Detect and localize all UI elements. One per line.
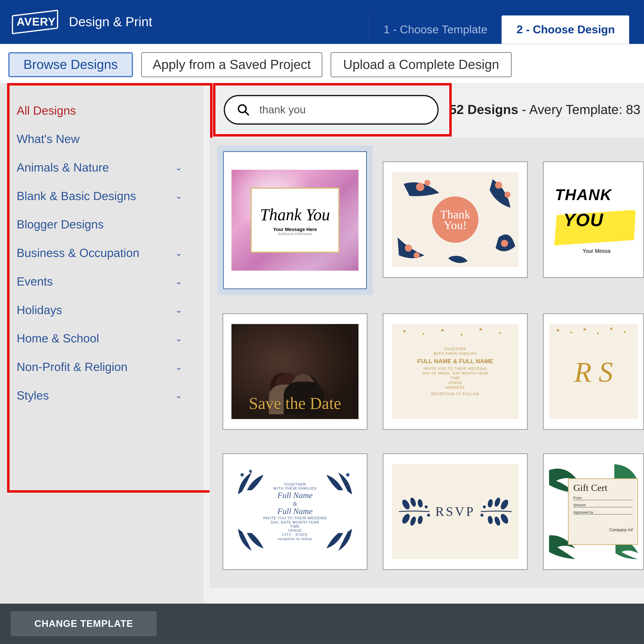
svg-point-17 [417, 515, 423, 524]
svg-point-25 [487, 515, 494, 524]
design-card[interactable]: THANK YOU Your Messa [543, 161, 644, 278]
card-text: RECEPTION TO FOLLOW [431, 392, 479, 396]
card-text: Save the Date [249, 394, 341, 413]
change-template-button[interactable]: CHANGE TEMPLATE [11, 611, 157, 636]
svg-point-7 [414, 252, 420, 258]
sidebar-item-label: Events [17, 275, 53, 288]
svg-point-3 [424, 180, 430, 186]
sidebar-item-nonprofit[interactable]: Non-Profit & Religion ⌄ [17, 352, 200, 381]
sidebar-item-blank[interactable]: Blank & Basic Designs ⌄ [17, 182, 200, 210]
card-text: DAY, DATE MONTH YEAR [271, 521, 319, 524]
card-text: Your Messa [555, 248, 638, 254]
sidebar-item-blogger[interactable]: Blogger Designs [17, 210, 200, 239]
design-card[interactable]: R S [543, 313, 644, 430]
sidebar-item-label: Blogger Designs [17, 217, 104, 231]
browse-designs-tab[interactable]: Browse Designs [8, 52, 133, 77]
sidebar-item-holidays[interactable]: Holidays ⌄ [17, 296, 200, 324]
svg-point-5 [504, 192, 510, 198]
chevron-down-icon: ⌄ [175, 362, 182, 372]
svg-line-1 [245, 111, 249, 115]
card-title: Gift Cert [573, 483, 633, 493]
sidebar-item-whats-new[interactable]: What's New [17, 125, 200, 153]
search-row: 52 Designs - Avery Template: 83 [210, 83, 644, 138]
sidebar-item-label: Business & Occupation [17, 246, 139, 260]
apply-saved-tab[interactable]: Apply from a Saved Project [141, 52, 322, 77]
card-text: Full Name [277, 491, 313, 500]
category-sidebar: All Designs What's New Animals & Nature … [0, 83, 204, 604]
product-name: Design & Print [69, 14, 152, 30]
app-header: AVERY Design & Print 1 - Choose Template… [0, 0, 644, 44]
svg-point-19 [427, 514, 430, 517]
svg-point-8 [501, 240, 508, 247]
card-text: ADDRESS [446, 386, 465, 389]
step-tabs: 1 - Choose Template 2 - Choose Design 3 [369, 15, 644, 44]
card-text: Additional Information [278, 232, 312, 235]
chevron-down-icon: ⌄ [175, 191, 182, 200]
card-text: WITH THEIR FAMILIES [273, 487, 317, 490]
card-text: Your Message Here [273, 226, 317, 232]
sidebar-item-label: Styles [17, 389, 49, 402]
results-count: 52 Designs [449, 102, 518, 117]
card-text: Approved by [573, 510, 593, 514]
svg-point-22 [487, 499, 494, 508]
svg-point-11 [346, 473, 350, 477]
search-input[interactable] [259, 103, 414, 116]
sidebar-item-label: All Designs [17, 103, 76, 117]
card-title: Thank You [260, 205, 330, 224]
card-text: TOGETHER [444, 347, 466, 351]
card-text: VENUE [448, 381, 462, 385]
sidebar-item-label: Animals & Nature [17, 161, 109, 174]
results-summary: 52 Designs - Avery Template: 83 [449, 102, 640, 118]
svg-point-6 [405, 245, 412, 252]
design-card[interactable]: Gift Cert From Amount Approved by Compan… [543, 453, 644, 570]
svg-point-15 [401, 513, 411, 525]
chevron-down-icon: ⌄ [175, 305, 182, 314]
card-text: YOU [563, 210, 604, 230]
sidebar-item-events[interactable]: Events ⌄ [17, 267, 200, 296]
svg-point-10 [249, 470, 252, 473]
card-text: Amount [573, 503, 586, 507]
sidebar-item-business[interactable]: Business & Occupation ⌄ [17, 238, 200, 267]
svg-point-9 [240, 473, 244, 477]
step-tab-1[interactable]: 1 - Choose Template [369, 15, 502, 44]
card-text: WITH THEIR FAMILIES [434, 352, 477, 356]
sidebar-item-animals[interactable]: Animals & Nature ⌄ [17, 153, 200, 182]
svg-point-18 [425, 505, 428, 508]
svg-point-20 [499, 498, 510, 511]
card-text: INVITE YOU TO THEIR WEDDING [263, 516, 327, 520]
sidebar-item-all-designs[interactable]: All Designs [17, 96, 200, 125]
svg-point-13 [409, 497, 417, 507]
card-text: From [573, 496, 582, 500]
svg-point-23 [499, 513, 510, 525]
card-text: Company Inf [609, 528, 633, 532]
card-text: You! [444, 220, 467, 230]
svg-point-26 [483, 505, 486, 508]
chevron-down-icon: ⌄ [175, 163, 182, 172]
sidebar-item-styles[interactable]: Styles ⌄ [17, 381, 200, 410]
card-text: FULL NAME & FULL NAME [417, 358, 493, 364]
main-area: All Designs What's New Animals & Nature … [0, 83, 644, 604]
search-box[interactable] [224, 95, 439, 125]
sidebar-item-home-school[interactable]: Home & School ⌄ [17, 324, 200, 353]
svg-point-4 [495, 182, 502, 189]
design-card[interactable]: Thank You! [383, 161, 528, 278]
design-card[interactable]: Save the Date [223, 313, 368, 430]
design-card[interactable]: TOGETHER WITH THEIR FAMILIES FULL NAME &… [383, 313, 528, 430]
chevron-down-icon: ⌄ [175, 248, 182, 258]
card-text: TIME [450, 376, 460, 380]
sidebar-item-label: Home & School [17, 331, 99, 345]
svg-point-24 [494, 516, 501, 526]
card-text: INVITE YOU TO THEIR WEDDING [423, 367, 487, 371]
step-tab-2[interactable]: 2 - Choose Design [502, 15, 629, 44]
design-card[interactable]: RSVP [383, 453, 528, 570]
content-area: 52 Designs - Avery Template: 83 Thank Yo… [204, 83, 644, 604]
sidebar-item-label: What's New [17, 132, 79, 146]
logo: AVERY Design & Print [11, 10, 152, 34]
design-card[interactable]: Thank You Your Message Here Additional I… [223, 151, 368, 290]
action-row: Browse Designs Apply from a Saved Projec… [0, 44, 644, 83]
step-tab-3[interactable]: 3 [629, 15, 644, 44]
design-card[interactable]: TOGETHER WITH THEIR FAMILIES Full Name &… [223, 453, 368, 570]
chevron-down-icon: ⌄ [175, 390, 182, 400]
upload-design-tab[interactable]: Upload a Complete Design [331, 52, 512, 77]
footer-bar: CHANGE TEMPLATE [0, 604, 644, 644]
